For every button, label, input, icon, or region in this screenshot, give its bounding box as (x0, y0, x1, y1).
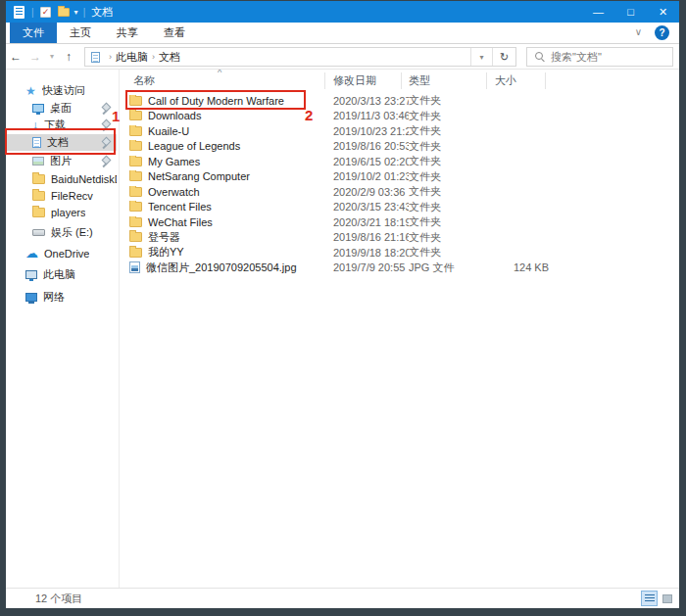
table-row[interactable]: My Games 2019/6/15 02:20 文件夹 (120, 154, 679, 169)
file-date: 2019/8/16 20:53 (333, 140, 409, 152)
qat-new-folder-button[interactable] (55, 3, 73, 21)
qat-customize-chevron-icon[interactable]: ▾ (74, 8, 78, 17)
cloud-icon: ☁ (25, 248, 38, 260)
file-name: Downloads (148, 110, 201, 121)
sidebar-item-desktop[interactable]: 桌面 (6, 100, 117, 117)
file-date: 2019/10/23 21:23 (333, 125, 409, 137)
sidebar-item-filerecv[interactable]: FileRecv (6, 187, 117, 204)
ribbon-expand-chevron-icon[interactable]: ∨ (635, 26, 642, 37)
address-bar: ← → ▾ ↑ › 此电脑 › 文档 ▾ ↻ (6, 44, 679, 70)
titlebar-separator: | (31, 7, 34, 18)
maximize-button[interactable]: □ (614, 1, 647, 23)
table-row[interactable]: NetSarang Computer 2019/10/2 01:23 文件夹 (120, 169, 679, 185)
sidebar-item-quick-access[interactable]: ★ 快速访问 (6, 82, 117, 99)
window-controls: — □ ✕ (582, 1, 679, 23)
search-input[interactable] (551, 51, 649, 63)
window-title: 文档 (91, 5, 113, 20)
search-icon (535, 52, 545, 62)
file-name: NetSarang Computer (148, 170, 250, 182)
table-row[interactable]: Tencent Files 2020/3/15 23:43 文件夹 (120, 200, 679, 215)
pin-icon (100, 104, 110, 114)
pin-icon (100, 157, 110, 166)
thumbnail-view-button[interactable] (659, 591, 675, 606)
column-header-type[interactable]: 类型 (402, 72, 487, 89)
column-header-size[interactable]: 大小 (487, 72, 546, 89)
drive-icon (32, 229, 45, 236)
network-icon (25, 293, 37, 302)
file-name: My Games (148, 156, 200, 167)
file-type: 文件夹 (409, 214, 495, 229)
file-type: 文件夹 (409, 245, 495, 260)
column-header-name[interactable]: 名称 (120, 72, 325, 89)
thumbnail-view-icon (662, 594, 672, 603)
help-button[interactable]: ? (655, 25, 669, 40)
sidebar-item-baidunetdisk[interactable]: BaiduNetdiskDownl (6, 170, 117, 187)
search-box[interactable] (526, 47, 673, 67)
folder-icon (129, 187, 142, 197)
tab-file[interactable]: 文件 (10, 23, 57, 43)
table-row[interactable]: League of Legends 2019/8/16 20:53 文件夹 (120, 139, 679, 155)
explorer-window: | ✓ ▾ | 文档 — □ ✕ 文件 主页 共享 查看 ∨ ? ← → ▾ ↑… (6, 1, 679, 608)
folder-icon (32, 174, 45, 184)
folder-icon (129, 111, 142, 120)
tab-view[interactable]: 查看 (151, 23, 198, 43)
sidebar-item-drive-e[interactable]: 娱乐 (E:) (6, 224, 117, 241)
up-button[interactable]: ↑ (59, 50, 78, 64)
sidebar-item-label: players (51, 207, 85, 218)
table-row[interactable]: Kuaile-U 2019/10/23 21:23 文件夹 (120, 123, 679, 139)
folder-icon (129, 126, 142, 136)
file-type: 文件夹 (409, 93, 495, 108)
tab-share[interactable]: 共享 (104, 23, 151, 43)
table-row[interactable]: 登号器 2019/8/16 21:16 文件夹 (120, 230, 679, 246)
file-type: 文件夹 (409, 200, 495, 214)
sidebar-item-players[interactable]: players (6, 204, 117, 220)
sidebar-item-pictures[interactable]: 图片 (6, 153, 117, 169)
close-button[interactable]: ✕ (647, 1, 679, 23)
file-type: 文件夹 (409, 123, 495, 138)
details-view-button[interactable] (641, 591, 658, 606)
sidebar-item-onedrive[interactable]: ☁ OneDrive (6, 245, 117, 261)
location-icon (91, 52, 100, 63)
checkmark-icon: ✓ (40, 7, 51, 18)
table-row[interactable]: Downloads 2019/11/3 03:46 文件夹 (120, 109, 679, 124)
file-type: 文件夹 (409, 169, 495, 184)
annotation-step-1: 1 (112, 108, 120, 124)
breadcrumb-documents[interactable]: 文档 (159, 50, 180, 65)
tab-home[interactable]: 主页 (57, 23, 104, 43)
annotation-step-2: 2 (305, 107, 313, 123)
folder-icon (129, 232, 142, 242)
table-row[interactable]: 我的YY 2019/9/18 18:20 文件夹 (120, 245, 679, 261)
minimize-button[interactable]: — (582, 1, 614, 23)
address-field[interactable]: › 此电脑 › 文档 ▾ ↻ (84, 47, 516, 67)
sidebar-item-network[interactable]: 网络 (6, 289, 117, 306)
back-button[interactable]: ← (6, 50, 25, 64)
folder-icon (129, 217, 142, 227)
view-toggle-buttons (640, 591, 675, 606)
qat-properties-button[interactable]: ✓ (37, 3, 55, 21)
sidebar-item-label: 图片 (50, 154, 72, 168)
folder-icon (32, 208, 45, 217)
refresh-icon[interactable]: ↻ (492, 48, 515, 66)
file-name: 微信图片_20190709205504.jpg (146, 261, 297, 275)
file-date: 2019/9/18 18:20 (333, 247, 409, 259)
file-date: 2019/11/3 03:46 (333, 110, 409, 121)
file-date: 2019/10/2 01:23 (333, 170, 409, 182)
sidebar-item-label: 娱乐 (E:) (51, 225, 93, 240)
breadcrumb-this-pc[interactable]: 此电脑 (116, 50, 148, 65)
table-row[interactable]: Overwatch 2020/2/9 03:36 文件夹 (120, 184, 679, 200)
address-dropdown-chevron-icon[interactable]: ▾ (470, 48, 492, 66)
pictures-icon (32, 157, 44, 166)
column-header-date-modified[interactable]: 修改日期 (325, 72, 402, 89)
file-name: Kuaile-U (148, 125, 189, 137)
file-name: Overwatch (148, 186, 200, 198)
file-rows: Call of Duty Modern Warfare 2020/3/13 23… (120, 93, 679, 275)
folder-icon (129, 157, 142, 166)
forward-button[interactable]: → (25, 50, 45, 64)
table-row[interactable]: WeChat Files 2020/3/21 18:19 文件夹 (120, 214, 679, 230)
file-size: 124 KB (495, 261, 549, 273)
folder-icon (58, 8, 70, 17)
recent-locations-chevron-icon[interactable]: ▾ (45, 52, 59, 61)
sidebar-item-this-pc[interactable]: 此电脑 (6, 266, 117, 283)
table-row[interactable]: 微信图片_20190709205504.jpg 2019/7/9 20:55 J… (120, 261, 679, 276)
file-name: Tencent Files (148, 201, 212, 213)
